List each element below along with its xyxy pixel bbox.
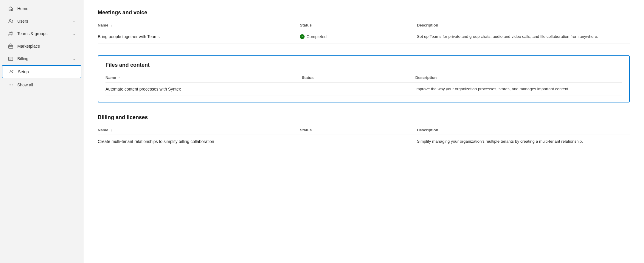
sidebar-item-users[interactable]: Users ⌄ [2, 15, 81, 27]
marketplace-icon [8, 43, 14, 49]
col-header-name2[interactable]: Name ↑ [105, 73, 302, 83]
files-content-table: Name ↑ Status Description Automate conte… [105, 73, 622, 96]
col-header-status: Status [300, 21, 417, 30]
chevron-down-icon2: ⌄ [73, 32, 75, 36]
sidebar: Home Users ⌄ Teams & groups ⌄ [0, 0, 83, 263]
row-status: Completed [300, 30, 417, 43]
section-files-content: Files and content Name ↑ Status Descript… [98, 55, 630, 102]
home-icon [8, 6, 14, 12]
svg-point-2 [11, 32, 13, 33]
row-description: Simplify managing your organization's mu… [417, 135, 630, 148]
table-row: Bring people together with Teams Complet… [98, 30, 630, 43]
col-header-name[interactable]: Name ↑ [98, 21, 300, 30]
table-row: Automate content processes with Syntex I… [105, 83, 622, 96]
sidebar-item-teams-groups-label: Teams & groups [17, 31, 69, 36]
section-meetings-voice: Meetings and voice Name ↑ Status Descrip… [98, 10, 630, 43]
svg-point-0 [10, 20, 11, 21]
svg-rect-3 [9, 45, 13, 48]
sort-arrow-icon2: ↑ [118, 76, 120, 80]
sort-arrow-icon3: ↑ [111, 128, 112, 132]
sidebar-item-billing[interactable]: Billing ⌄ [2, 53, 81, 65]
sidebar-item-show-all-label: Show all [17, 83, 75, 87]
sidebar-item-marketplace[interactable]: Marketplace [2, 40, 81, 52]
sidebar-item-show-all[interactable]: Show all [2, 79, 81, 91]
row-description: Improve the way your organization proces… [415, 83, 622, 96]
sidebar-item-billing-label: Billing [17, 56, 69, 61]
col-header-status3: Status [300, 125, 417, 135]
setup-icon [8, 69, 14, 75]
row-name[interactable]: Bring people together with Teams [98, 30, 300, 43]
col-header-name3[interactable]: Name ↑ [98, 125, 300, 135]
row-status [302, 83, 415, 96]
billing-licenses-table: Name ↑ Status Description Create multi-t… [98, 125, 630, 148]
svg-point-6 [9, 85, 10, 85]
teams-icon [8, 31, 14, 37]
svg-point-8 [12, 85, 13, 85]
sidebar-item-home-label: Home [17, 6, 75, 11]
col-header-status2: Status [302, 73, 415, 83]
col-header-desc2: Description [415, 73, 622, 83]
svg-point-5 [12, 70, 13, 71]
col-header-desc3: Description [417, 125, 630, 135]
section-files-content-title: Files and content [105, 62, 622, 68]
chevron-down-icon3: ⌄ [73, 57, 75, 61]
main-content: Meetings and voice Name ↑ Status Descrip… [83, 0, 644, 263]
col-header-desc: Description [417, 21, 630, 30]
users-icon [8, 18, 14, 24]
table-header-row: Name ↑ Status Description [105, 73, 622, 83]
sidebar-item-setup-label: Setup [18, 69, 75, 74]
meetings-voice-table: Name ↑ Status Description Bring people t… [98, 21, 630, 43]
section-billing-licenses-title: Billing and licenses [98, 114, 630, 121]
completed-icon [300, 34, 305, 39]
row-name[interactable]: Create multi-tenant relationships to sim… [98, 135, 300, 148]
sidebar-item-teams-groups[interactable]: Teams & groups ⌄ [2, 28, 81, 40]
row-name[interactable]: Automate content processes with Syntex [105, 83, 302, 96]
sidebar-item-users-label: Users [17, 19, 69, 24]
more-icon [8, 82, 14, 88]
billing-icon [8, 56, 14, 62]
sidebar-item-marketplace-label: Marketplace [17, 44, 75, 49]
row-description: Set up Teams for private and group chats… [417, 30, 630, 43]
svg-point-1 [9, 32, 11, 33]
section-meetings-voice-title: Meetings and voice [98, 10, 630, 16]
row-status [300, 135, 417, 148]
table-header-row: Name ↑ Status Description [98, 125, 630, 135]
table-row: Create multi-tenant relationships to sim… [98, 135, 630, 148]
sidebar-item-setup[interactable]: Setup [2, 65, 81, 78]
table-header-row: Name ↑ Status Description [98, 21, 630, 30]
svg-point-7 [10, 85, 11, 85]
chevron-down-icon: ⌄ [73, 19, 75, 23]
section-billing-licenses: Billing and licenses Name ↑ Status Descr… [98, 114, 630, 148]
sidebar-item-home[interactable]: Home [2, 3, 81, 15]
sort-arrow-icon: ↑ [111, 24, 112, 27]
